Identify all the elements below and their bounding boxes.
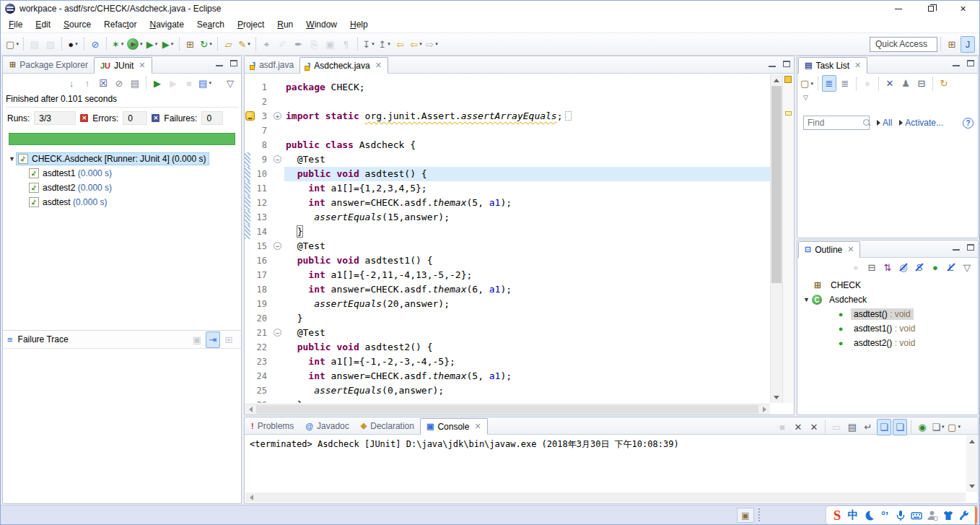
line-number[interactable]: 23 bbox=[250, 355, 272, 369]
fold-toggle-icon[interactable]: − bbox=[274, 155, 281, 163]
minimize-view-button[interactable] bbox=[953, 244, 960, 251]
open-console-icon[interactable]: ▢▾ bbox=[947, 419, 961, 435]
code-line-14[interactable]: 14 } bbox=[245, 225, 770, 239]
code-text[interactable]: @Test bbox=[284, 152, 770, 167]
junit-test-row[interactable]: ✓asdtest2 (0.000 s) bbox=[3, 181, 241, 195]
code-text[interactable]: public void asdtest1() { bbox=[284, 253, 770, 268]
warning-marker[interactable] bbox=[785, 111, 792, 116]
run-coverage-icon[interactable]: ▶▾ bbox=[145, 36, 159, 53]
code-line-12[interactable]: 12 int answer=CHECK.asdf.themax(5, a1); bbox=[245, 196, 770, 210]
overview-ruler[interactable] bbox=[782, 74, 794, 403]
show-skipped-only-icon[interactable]: ⊘ bbox=[112, 75, 126, 92]
menu-source[interactable]: Source bbox=[57, 17, 97, 32]
voice-input-icon[interactable] bbox=[893, 508, 909, 524]
scrollbar-thumb[interactable] bbox=[256, 405, 758, 414]
editor-vertical-scrollbar[interactable] bbox=[770, 74, 782, 403]
code-line-23[interactable]: 23 int a1[]={-1,-2,-3,-4,-5}; bbox=[245, 355, 770, 369]
sogou-logo-icon[interactable]: S bbox=[829, 508, 845, 524]
code-text[interactable]: int answer=CHECK.asdf.themax(5, a1); bbox=[284, 369, 770, 383]
menu-refactor[interactable]: Refactor bbox=[97, 17, 143, 32]
view-tab-declaration[interactable]: ◈Declaration bbox=[355, 417, 420, 434]
line-number[interactable]: 1 bbox=[250, 80, 272, 95]
new-java-project-icon[interactable]: ⊞ bbox=[183, 36, 198, 53]
rerun-test-icon[interactable]: ▶ bbox=[150, 75, 165, 92]
line-number[interactable]: 17 bbox=[250, 268, 272, 282]
code-line-17[interactable]: 17 int a1[]={-2,11,-4,13,-5,-2}; bbox=[245, 268, 770, 282]
code-line-18[interactable]: 18 int answer=CHECK.asdf.themax(6, a1); bbox=[245, 282, 770, 297]
code-line-2[interactable]: 2 bbox=[245, 95, 770, 109]
maximize-editor-button[interactable] bbox=[783, 61, 790, 67]
editor-tab-asdcheck-java[interactable]: JAsdcheck.java✕ bbox=[299, 57, 388, 74]
menu-window[interactable]: Window bbox=[299, 17, 344, 32]
java-perspective-icon[interactable]: J bbox=[961, 36, 975, 53]
test-run-history-icon[interactable]: ▤▾ bbox=[198, 75, 212, 92]
show-failures-only-icon[interactable]: ☒ bbox=[96, 75, 110, 92]
outline-item-asdtest2[interactable]: ●asdtest2() : void bbox=[797, 336, 978, 350]
code-text[interactable]: int a1[]={-1,-2,-3,-4,-5}; bbox=[284, 355, 770, 369]
line-number[interactable]: 20 bbox=[250, 311, 272, 326]
close-tab-icon[interactable]: ✕ bbox=[139, 61, 145, 70]
new-wizard-icon[interactable]: ▢▾ bbox=[5, 36, 19, 53]
compare-result-icon[interactable]: ⊞ bbox=[222, 331, 236, 348]
minimize-view-button[interactable] bbox=[953, 60, 960, 66]
format-brush-icon[interactable]: ✐ bbox=[276, 36, 290, 53]
hide-static-members-icon[interactable]: S bbox=[912, 259, 927, 276]
new-junit-test-icon[interactable]: ↻▾ bbox=[199, 36, 214, 53]
hide-local-types-icon[interactable]: L bbox=[944, 259, 958, 276]
junit-view-menu-icon[interactable]: ▽ bbox=[223, 75, 237, 92]
notification-center-icon[interactable]: ▣ bbox=[737, 508, 754, 523]
back-history-icon[interactable]: ⇦▾ bbox=[409, 36, 424, 53]
line-number[interactable]: 22 bbox=[250, 340, 272, 355]
code-line-21[interactable]: 21− @Test bbox=[245, 326, 770, 340]
show-on-stderr-change-icon[interactable]: ❏ bbox=[893, 419, 907, 435]
scroll-lock-icon[interactable]: ▤ bbox=[128, 75, 142, 92]
new-task-icon[interactable]: ▢▾ bbox=[800, 75, 814, 92]
code-text[interactable]: public void asdtest2() { bbox=[284, 340, 770, 355]
code-line-9[interactable]: 9− @Test bbox=[245, 152, 770, 167]
soft-keyboard-icon[interactable] bbox=[909, 508, 924, 524]
show-on-stdout-change-icon[interactable]: ❏ bbox=[877, 419, 891, 435]
show-next-failure-icon[interactable]: ↓ bbox=[64, 75, 79, 92]
view-tab-problems[interactable]: !Problems bbox=[245, 417, 299, 434]
code-text[interactable]: int a1[]={1,2,3,4,5}; bbox=[284, 181, 770, 196]
ink-bottle-icon[interactable]: ✒ bbox=[292, 36, 306, 53]
line-number[interactable]: 18 bbox=[250, 282, 272, 297]
view-tab-junit[interactable]: JUJUnit✕ bbox=[94, 57, 152, 74]
line-number[interactable]: 26 bbox=[250, 398, 272, 403]
close-tab-icon[interactable]: ✕ bbox=[854, 61, 861, 70]
view-tab-task-list[interactable]: ▤Task List✕ bbox=[798, 57, 867, 74]
code-editor[interactable]: 1package CHECK;23+import static org.juni… bbox=[245, 74, 770, 403]
minimize-button[interactable] bbox=[882, 1, 914, 17]
scrollbar-thumb[interactable] bbox=[771, 86, 782, 283]
line-number[interactable]: 24 bbox=[250, 369, 272, 383]
find-input[interactable] bbox=[803, 116, 870, 130]
skip-all-breakpoints-icon[interactable]: ⊘ bbox=[88, 36, 102, 53]
code-line-16[interactable]: 16 public void asdtest1() { bbox=[245, 253, 770, 268]
display-selected-console-icon[interactable]: ❏▾ bbox=[931, 419, 945, 435]
next-annotation-icon[interactable]: ↧▾ bbox=[362, 36, 376, 53]
close-tab-icon[interactable]: ✕ bbox=[847, 245, 854, 254]
line-number[interactable]: 25 bbox=[250, 383, 272, 398]
console-output[interactable]: <terminated> Asdcheck [JUnit] D:\java\jd… bbox=[245, 435, 966, 492]
account-icon[interactable] bbox=[924, 508, 940, 524]
code-text[interactable] bbox=[284, 123, 770, 138]
code-text[interactable]: @Test bbox=[284, 239, 770, 253]
scheduled-view-icon[interactable]: ≣ bbox=[838, 75, 852, 92]
view-tab-javadoc[interactable]: @Javadoc bbox=[299, 417, 354, 434]
view-tab-package-explorer[interactable]: ⊞Package Explorer bbox=[4, 56, 94, 73]
code-text[interactable]: } bbox=[284, 311, 770, 326]
collapse-all-tasks-icon[interactable]: ⊟ bbox=[914, 75, 929, 92]
rerun-failed-first-icon[interactable]: ▶ bbox=[166, 75, 180, 92]
word-wrap-icon[interactable]: ↵ bbox=[861, 419, 875, 435]
code-text[interactable]: package CHECK; bbox=[284, 80, 770, 95]
close-button[interactable]: × bbox=[947, 1, 979, 17]
open-perspective-icon[interactable]: ⊞ bbox=[945, 36, 959, 53]
view-tab-console[interactable]: ▣Console✕ bbox=[420, 418, 488, 435]
code-text[interactable]: assertEquals(20,answer); bbox=[284, 297, 770, 311]
line-number[interactable]: 7 bbox=[250, 123, 272, 138]
hide-completed-tasks-icon[interactable]: ✕ bbox=[883, 75, 897, 92]
hide-non-public-icon[interactable]: ● bbox=[928, 259, 942, 276]
code-text[interactable]: } bbox=[284, 398, 770, 403]
close-tab-icon[interactable]: ✕ bbox=[375, 61, 382, 70]
fold-toggle-icon[interactable]: + bbox=[274, 112, 281, 120]
